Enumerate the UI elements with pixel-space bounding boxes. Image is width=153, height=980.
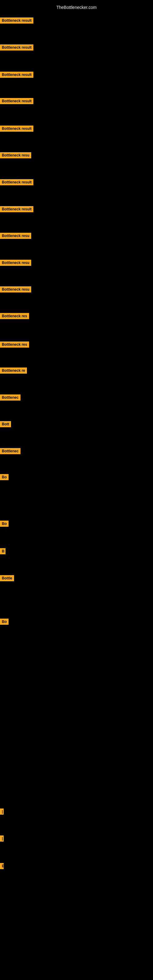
bottleneck-badge: Bott (0, 421, 11, 427)
bottleneck-badge: Bottleneck resu (0, 286, 31, 293)
bottleneck-badge: Bottleneck resu (0, 152, 31, 158)
bottleneck-badge: Bottleneck result (0, 126, 33, 132)
bottleneck-badge: Bottleneck result (0, 206, 33, 212)
bottleneck-badge: Bottleneck result (0, 18, 33, 24)
bottleneck-badge: Bottlenec (0, 395, 21, 401)
bottleneck-badge: Bottle (0, 575, 14, 581)
bottleneck-badge: Bottleneck result (0, 45, 33, 51)
bottleneck-badge: Bo (0, 474, 9, 480)
bottleneck-badge: Bottleneck res (0, 313, 29, 319)
bottleneck-badge: Bottlenec (0, 448, 21, 454)
bottleneck-badge: Bottleneck re (0, 368, 27, 374)
bottleneck-badge: | (0, 808, 4, 815)
bottleneck-badge: Bottleneck resu (0, 260, 31, 266)
bottleneck-badge: Bottleneck result (0, 72, 33, 78)
bottleneck-badge: Bottleneck resu (0, 233, 31, 239)
bottleneck-badge: Bottleneck result (0, 179, 33, 185)
bottleneck-badge: Bottleneck res (0, 342, 29, 348)
bottleneck-badge: Bottleneck result (0, 98, 33, 104)
bottleneck-badge: Bo (0, 520, 9, 527)
bottleneck-badge: Bo (0, 619, 9, 625)
bottleneck-badge: E (0, 863, 4, 869)
bottleneck-badge: | (0, 835, 4, 842)
site-title: TheBottlenecker.com (0, 2, 153, 12)
bottleneck-badge: B (0, 548, 5, 554)
